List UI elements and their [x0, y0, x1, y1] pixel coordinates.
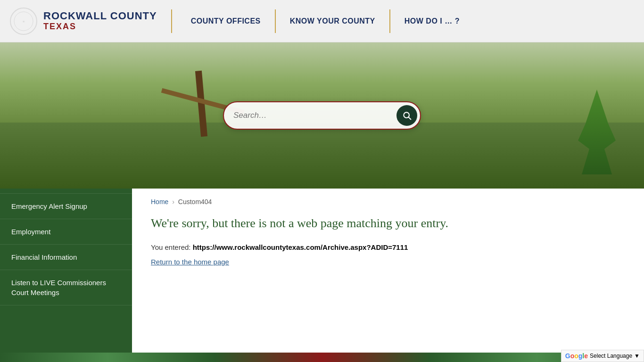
- entered-url: https://www.rockwallcountytexas.com/Arch…: [193, 243, 408, 251]
- entered-prefix: You entered:: [151, 243, 191, 251]
- sidebar-item-financial[interactable]: Financial Information: [0, 245, 132, 270]
- search-button[interactable]: [396, 105, 417, 126]
- logo-area[interactable]: ★ ROCKWALL COUNTY TEXAS: [0, 7, 166, 35]
- nav-item-how-do-i[interactable]: HOW DO I … ?: [390, 0, 474, 42]
- entered-url-label: You entered: https://www.rockwallcountyt…: [151, 243, 625, 251]
- site-header: ★ ROCKWALL COUNTY TEXAS COUNTY OFFICES K…: [0, 0, 644, 42]
- logo-subtitle: TEXAS: [43, 22, 157, 32]
- sidebar-item-emergency[interactable]: Emergency Alert Signup: [0, 193, 132, 219]
- hero-ground: [0, 123, 644, 189]
- nav-divider-1: [171, 9, 172, 33]
- error-title: We're sorry, but there is not a web page…: [151, 215, 625, 232]
- google-g-icon: Google: [565, 352, 588, 360]
- logo-title: ROCKWALL COUNTY: [43, 10, 157, 22]
- breadcrumb: Home › Custom404: [151, 198, 625, 206]
- translate-bar[interactable]: Google Select Language ▼: [561, 350, 644, 362]
- svg-line-4: [409, 117, 411, 120]
- logo-text: ROCKWALL COUNTY TEXAS: [43, 10, 157, 32]
- breadcrumb-current: Custom404: [178, 198, 212, 206]
- sidebar-item-live-meetings[interactable]: Listen to LIVE Commissioners Court Meeti…: [0, 270, 132, 305]
- nav-item-know-your-county[interactable]: KNOW YOUR COUNTY: [276, 0, 389, 42]
- sidebar-item-employment[interactable]: Employment: [0, 219, 132, 245]
- search-input[interactable]: [233, 111, 396, 120]
- main-content: Home › Custom404 We're sorry, but there …: [132, 189, 644, 362]
- seal-icon: ★: [9, 7, 38, 35]
- bottom-color-bar: [0, 353, 644, 362]
- breadcrumb-home-link[interactable]: Home: [151, 198, 168, 206]
- search-container: [223, 101, 421, 130]
- translate-arrow-icon: ▼: [634, 353, 640, 359]
- search-box: [223, 101, 421, 130]
- nav-item-county-offices[interactable]: COUNTY OFFICES: [177, 0, 275, 42]
- main-nav: COUNTY OFFICES KNOW YOUR COUNTY HOW DO I…: [177, 0, 644, 42]
- return-home-link[interactable]: Return to the home page: [151, 258, 229, 266]
- translate-label[interactable]: Select Language: [590, 353, 632, 359]
- sidebar: Emergency Alert Signup Employment Financ…: [0, 189, 132, 362]
- breadcrumb-separator: ›: [172, 198, 174, 206]
- hero-banner: [0, 42, 644, 189]
- search-icon: [402, 111, 412, 120]
- svg-text:★: ★: [22, 20, 25, 23]
- content-area: Emergency Alert Signup Employment Financ…: [0, 189, 644, 362]
